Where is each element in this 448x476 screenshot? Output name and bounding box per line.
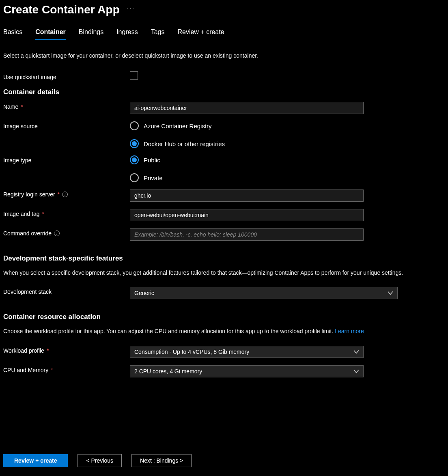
dev-stack-value: Generic [134,290,154,296]
chevron-down-icon [353,349,359,355]
dev-stack-heading: Development stack-specific features [3,254,445,263]
tab-ingress[interactable]: Ingress [116,28,138,40]
registry-input[interactable] [130,190,364,202]
command-label: Command override [3,230,52,237]
container-details-heading: Container details [3,88,445,96]
name-label: Name [3,103,18,110]
command-input[interactable] [130,228,364,241]
registry-label: Registry login server [3,191,55,198]
learn-more-link[interactable]: Learn more [335,328,364,334]
cpu-value: 2 CPU cores, 4 Gi memory [134,368,202,375]
next-button[interactable]: Next : Bindings > [131,454,192,467]
image-type-radio-private[interactable] [130,173,139,182]
dev-stack-desc: When you select a specific development s… [3,268,429,277]
workload-dropdown[interactable]: Consumption - Up to 4 vCPUs, 8 Gib memor… [130,346,364,358]
image-source-radio-acr[interactable] [130,121,139,130]
review-create-button[interactable]: Review + create [3,454,68,467]
image-type-option-private: Private [144,174,163,181]
dev-stack-dropdown[interactable]: Generic [130,287,398,299]
image-source-radio-docker[interactable] [130,139,139,148]
required-indicator: * [51,367,53,373]
image-type-option-public: Public [144,157,160,164]
footer-bar: Review + create < Previous Next : Bindin… [0,446,448,476]
image-tag-label: Image and tag [3,211,40,217]
page-title: Create Container App [3,3,120,16]
tab-bindings[interactable]: Bindings [79,28,103,40]
chevron-down-icon [388,290,393,296]
required-indicator: * [42,211,44,217]
quickstart-label: Use quickstart image [3,72,130,80]
required-indicator: * [47,347,49,354]
info-icon[interactable]: i [54,230,60,236]
tab-review[interactable]: Review + create [177,28,224,40]
image-type-radio-public[interactable] [130,155,139,164]
cpu-dropdown[interactable]: 2 CPU cores, 4 Gi memory [130,365,364,377]
info-icon[interactable]: i [62,192,68,197]
previous-button[interactable]: < Previous [78,454,122,467]
cpu-label: CPU and Memory [3,367,48,373]
resource-heading: Container resource allocation [3,313,445,321]
name-input[interactable] [130,102,364,114]
required-indicator: * [21,103,23,110]
workload-label: Workload profile [3,347,44,354]
tab-basics[interactable]: Basics [3,28,22,40]
image-tag-input[interactable] [130,209,364,221]
image-source-option-docker: Docker Hub or other registries [144,140,225,147]
intro-text: Select a quickstart image for your conta… [3,52,445,60]
required-indicator: * [58,191,60,198]
tab-container[interactable]: Container [35,28,66,40]
image-type-label: Image type [3,157,31,164]
tab-bar: Basics Container Bindings Ingress Tags R… [3,28,445,40]
quickstart-checkbox[interactable] [130,71,138,80]
image-source-label: Image source [3,123,38,129]
dev-stack-label: Development stack [3,289,52,295]
workload-value: Consumption - Up to 4 vCPUs, 8 Gib memor… [134,349,249,355]
tab-tags[interactable]: Tags [151,28,165,40]
chevron-down-icon [353,368,359,374]
image-source-option-acr: Azure Container Registry [144,123,212,129]
more-icon[interactable]: ··· [127,4,135,12]
resource-desc: Choose the workload profile for this app… [3,327,429,336]
